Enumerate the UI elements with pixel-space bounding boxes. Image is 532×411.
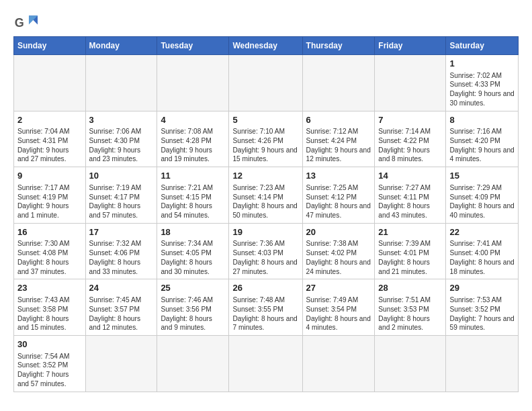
calendar-day-cell [14, 55, 86, 111]
day-info: Sunrise: 7:27 AM Sunset: 4:11 PM Dayligh… [378, 183, 442, 220]
calendar-week-row: 2Sunrise: 7:04 AM Sunset: 4:31 PM Daylig… [14, 111, 519, 167]
day-number: 20 [306, 226, 371, 238]
day-number: 17 [89, 226, 154, 238]
day-number: 28 [378, 282, 442, 294]
calendar-day-cell [229, 55, 302, 111]
calendar: SundayMondayTuesdayWednesdayThursdayFrid… [13, 36, 519, 392]
calendar-header: SundayMondayTuesdayWednesdayThursdayFrid… [14, 37, 519, 55]
day-info: Sunrise: 7:02 AM Sunset: 4:33 PM Dayligh… [449, 71, 515, 108]
day-info: Sunrise: 7:48 AM Sunset: 3:55 PM Dayligh… [232, 295, 298, 332]
weekday-header-wednesday: Wednesday [229, 37, 302, 55]
calendar-day-cell [375, 55, 446, 111]
day-number: 15 [449, 170, 515, 182]
day-info: Sunrise: 7:06 AM Sunset: 4:30 PM Dayligh… [89, 127, 154, 164]
calendar-day-cell: 30Sunrise: 7:54 AM Sunset: 3:52 PM Dayli… [14, 336, 86, 392]
day-info: Sunrise: 7:43 AM Sunset: 3:58 PM Dayligh… [17, 295, 82, 332]
day-info: Sunrise: 7:38 AM Sunset: 4:02 PM Dayligh… [306, 239, 371, 276]
calendar-week-row: 1Sunrise: 7:02 AM Sunset: 4:33 PM Daylig… [14, 55, 519, 111]
day-info: Sunrise: 7:08 AM Sunset: 4:28 PM Dayligh… [161, 127, 225, 164]
calendar-week-row: 30Sunrise: 7:54 AM Sunset: 3:52 PM Dayli… [14, 336, 519, 392]
header: G [13, 11, 519, 32]
calendar-day-cell [446, 336, 519, 392]
calendar-day-cell: 24Sunrise: 7:45 AM Sunset: 3:57 PM Dayli… [85, 279, 157, 336]
day-number: 2 [17, 114, 82, 126]
day-number: 3 [89, 114, 154, 126]
calendar-day-cell [157, 336, 229, 392]
calendar-day-cell [85, 336, 157, 392]
calendar-day-cell: 19Sunrise: 7:36 AM Sunset: 4:03 PM Dayli… [229, 223, 302, 279]
day-info: Sunrise: 7:39 AM Sunset: 4:01 PM Dayligh… [378, 239, 442, 276]
day-info: Sunrise: 7:14 AM Sunset: 4:22 PM Dayligh… [378, 127, 442, 164]
day-number: 25 [161, 282, 225, 294]
day-info: Sunrise: 7:30 AM Sunset: 4:08 PM Dayligh… [17, 239, 82, 276]
day-info: Sunrise: 7:54 AM Sunset: 3:52 PM Dayligh… [17, 352, 82, 389]
day-number: 5 [232, 114, 298, 126]
day-info: Sunrise: 7:17 AM Sunset: 4:19 PM Dayligh… [17, 183, 82, 220]
day-info: Sunrise: 7:45 AM Sunset: 3:57 PM Dayligh… [89, 295, 154, 332]
calendar-day-cell: 22Sunrise: 7:41 AM Sunset: 4:00 PM Dayli… [446, 223, 519, 279]
day-info: Sunrise: 7:25 AM Sunset: 4:12 PM Dayligh… [306, 183, 371, 220]
day-info: Sunrise: 7:53 AM Sunset: 3:52 PM Dayligh… [449, 295, 515, 332]
day-info: Sunrise: 7:10 AM Sunset: 4:26 PM Dayligh… [232, 127, 298, 164]
calendar-day-cell: 23Sunrise: 7:43 AM Sunset: 3:58 PM Dayli… [14, 279, 86, 336]
weekday-header-monday: Monday [85, 37, 157, 55]
day-number: 19 [232, 226, 298, 238]
calendar-day-cell: 10Sunrise: 7:19 AM Sunset: 4:17 PM Dayli… [85, 167, 157, 224]
day-number: 26 [232, 282, 298, 294]
weekday-header-sunday: Sunday [14, 37, 86, 55]
calendar-week-row: 9Sunrise: 7:17 AM Sunset: 4:19 PM Daylig… [14, 167, 519, 224]
day-info: Sunrise: 7:36 AM Sunset: 4:03 PM Dayligh… [232, 239, 298, 276]
svg-text:G: G [15, 16, 24, 30]
day-info: Sunrise: 7:21 AM Sunset: 4:15 PM Dayligh… [161, 183, 225, 220]
calendar-week-row: 16Sunrise: 7:30 AM Sunset: 4:08 PM Dayli… [14, 223, 519, 279]
day-number: 22 [449, 226, 515, 238]
logo-icon: G [13, 13, 38, 32]
calendar-day-cell: 14Sunrise: 7:27 AM Sunset: 4:11 PM Dayli… [375, 167, 446, 224]
calendar-body: 1Sunrise: 7:02 AM Sunset: 4:33 PM Daylig… [14, 55, 519, 392]
day-number: 12 [232, 170, 298, 182]
weekday-header-row: SundayMondayTuesdayWednesdayThursdayFrid… [14, 37, 519, 55]
day-info: Sunrise: 7:23 AM Sunset: 4:14 PM Dayligh… [232, 183, 298, 220]
calendar-day-cell: 7Sunrise: 7:14 AM Sunset: 4:22 PM Daylig… [375, 111, 446, 167]
day-number: 27 [306, 282, 371, 294]
calendar-day-cell: 3Sunrise: 7:06 AM Sunset: 4:30 PM Daylig… [85, 111, 157, 167]
calendar-day-cell: 25Sunrise: 7:46 AM Sunset: 3:56 PM Dayli… [157, 279, 229, 336]
day-info: Sunrise: 7:49 AM Sunset: 3:54 PM Dayligh… [306, 295, 371, 332]
page: G SundayMondayTuesdayWednesdayThursdayFr… [0, 0, 532, 403]
day-number: 23 [17, 282, 82, 294]
calendar-day-cell: 29Sunrise: 7:53 AM Sunset: 3:52 PM Dayli… [446, 279, 519, 336]
calendar-day-cell: 26Sunrise: 7:48 AM Sunset: 3:55 PM Dayli… [229, 279, 302, 336]
calendar-day-cell: 13Sunrise: 7:25 AM Sunset: 4:12 PM Dayli… [302, 167, 375, 224]
calendar-day-cell [85, 55, 157, 111]
calendar-day-cell [375, 336, 446, 392]
calendar-day-cell: 27Sunrise: 7:49 AM Sunset: 3:54 PM Dayli… [302, 279, 375, 336]
day-number: 16 [17, 226, 82, 238]
calendar-day-cell: 4Sunrise: 7:08 AM Sunset: 4:28 PM Daylig… [157, 111, 229, 167]
calendar-day-cell: 8Sunrise: 7:16 AM Sunset: 4:20 PM Daylig… [446, 111, 519, 167]
calendar-day-cell: 20Sunrise: 7:38 AM Sunset: 4:02 PM Dayli… [302, 223, 375, 279]
calendar-day-cell: 21Sunrise: 7:39 AM Sunset: 4:01 PM Dayli… [375, 223, 446, 279]
day-number: 14 [378, 170, 442, 182]
calendar-day-cell: 11Sunrise: 7:21 AM Sunset: 4:15 PM Dayli… [157, 167, 229, 224]
calendar-week-row: 23Sunrise: 7:43 AM Sunset: 3:58 PM Dayli… [14, 279, 519, 336]
calendar-day-cell [229, 336, 302, 392]
weekday-header-thursday: Thursday [302, 37, 375, 55]
day-info: Sunrise: 7:46 AM Sunset: 3:56 PM Dayligh… [161, 295, 225, 332]
calendar-day-cell: 18Sunrise: 7:34 AM Sunset: 4:05 PM Dayli… [157, 223, 229, 279]
weekday-header-tuesday: Tuesday [157, 37, 229, 55]
day-info: Sunrise: 7:12 AM Sunset: 4:24 PM Dayligh… [306, 127, 371, 164]
calendar-day-cell: 9Sunrise: 7:17 AM Sunset: 4:19 PM Daylig… [14, 167, 86, 224]
day-number: 9 [17, 170, 82, 182]
calendar-day-cell [157, 55, 229, 111]
calendar-day-cell: 6Sunrise: 7:12 AM Sunset: 4:24 PM Daylig… [302, 111, 375, 167]
day-info: Sunrise: 7:34 AM Sunset: 4:05 PM Dayligh… [161, 239, 225, 276]
day-number: 21 [378, 226, 442, 238]
calendar-day-cell: 1Sunrise: 7:02 AM Sunset: 4:33 PM Daylig… [446, 55, 519, 111]
day-number: 4 [161, 114, 225, 126]
calendar-day-cell: 15Sunrise: 7:29 AM Sunset: 4:09 PM Dayli… [446, 167, 519, 224]
day-info: Sunrise: 7:29 AM Sunset: 4:09 PM Dayligh… [449, 183, 515, 220]
day-number: 24 [89, 282, 154, 294]
calendar-day-cell: 17Sunrise: 7:32 AM Sunset: 4:06 PM Dayli… [85, 223, 157, 279]
day-info: Sunrise: 7:16 AM Sunset: 4:20 PM Dayligh… [449, 127, 515, 164]
weekday-header-friday: Friday [375, 37, 446, 55]
